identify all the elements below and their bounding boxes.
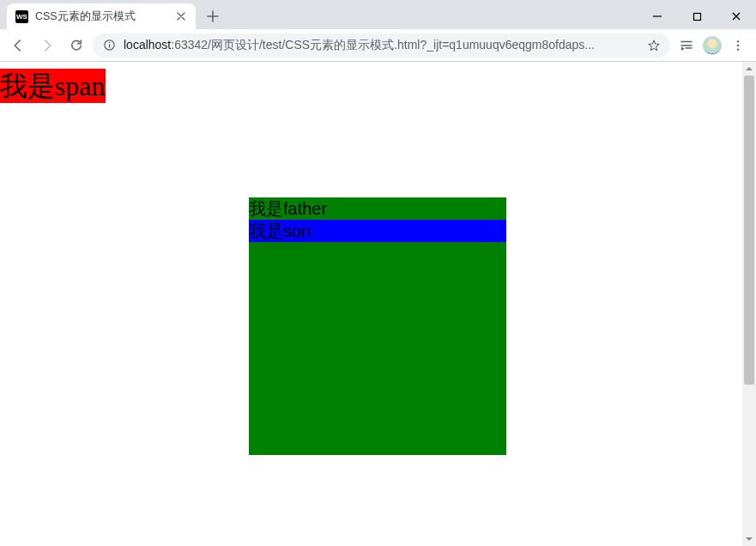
- demo-span: 我是span: [0, 69, 106, 103]
- tab-close-icon[interactable]: [175, 10, 187, 22]
- svg-rect-2: [108, 44, 109, 47]
- browser-toolbar: localhost:63342/网页设计/test/CSS元素的显示模式.htm…: [0, 29, 756, 62]
- tab-favicon: WS: [15, 10, 28, 23]
- window-controls: [638, 3, 756, 29]
- window-close-button[interactable]: [717, 3, 756, 29]
- window-maximize-button[interactable]: [677, 3, 717, 29]
- son-box: 我是son: [249, 220, 506, 242]
- address-bar[interactable]: localhost:63342/网页设计/test/CSS元素的显示模式.htm…: [93, 33, 670, 58]
- window-minimize-button[interactable]: [638, 3, 677, 29]
- url-path: /网页设计/test/CSS元素的显示模式.html?_ijt=q1umuuqv…: [208, 38, 595, 52]
- media-router-icon[interactable]: [674, 33, 699, 58]
- nav-back-button[interactable]: [5, 33, 31, 58]
- nav-forward-button[interactable]: [34, 33, 60, 58]
- browser-tab[interactable]: WS CSS元素的显示模式: [7, 3, 196, 29]
- profile-avatar[interactable]: [703, 36, 722, 55]
- url-port: :63342: [171, 38, 208, 52]
- father-box: 我是father 我是son: [249, 197, 506, 455]
- scroll-down-arrow-icon[interactable]: [742, 532, 756, 546]
- page-viewport: 我是span 我是father 我是son: [0, 62, 756, 546]
- svg-point-6: [737, 48, 739, 50]
- svg-rect-0: [693, 13, 700, 20]
- site-info-icon[interactable]: [101, 38, 117, 53]
- nav-reload-button[interactable]: [64, 33, 89, 58]
- url-text: localhost:63342/网页设计/test/CSS元素的显示模式.htm…: [124, 38, 639, 53]
- url-host: localhost: [124, 38, 171, 52]
- svg-rect-3: [108, 42, 109, 43]
- bookmark-star-icon[interactable]: [646, 38, 662, 53]
- page-content: 我是span 我是father 我是son: [0, 62, 756, 455]
- tab-title: CSS元素的显示模式: [35, 9, 168, 24]
- svg-point-4: [737, 40, 739, 42]
- svg-point-5: [737, 44, 739, 46]
- scroll-up-arrow-icon[interactable]: [742, 62, 756, 76]
- new-tab-button[interactable]: [201, 4, 225, 28]
- father-label: 我是father: [249, 197, 506, 220]
- vertical-scrollbar[interactable]: [742, 62, 756, 546]
- window-titlebar: WS CSS元素的显示模式: [0, 0, 756, 29]
- scroll-thumb[interactable]: [744, 76, 754, 385]
- browser-menu-button[interactable]: [725, 33, 751, 58]
